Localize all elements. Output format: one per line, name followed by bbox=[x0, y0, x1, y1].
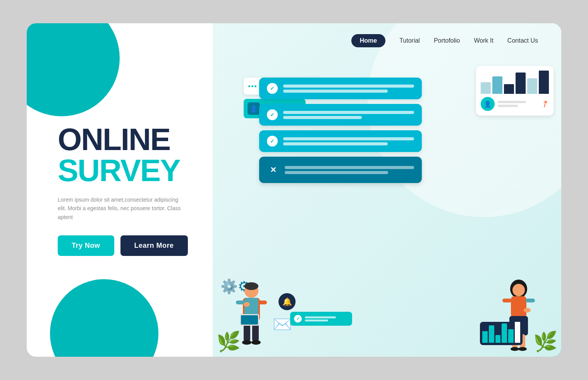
small-check-card: ✓ bbox=[290, 312, 352, 326]
svg-point-20 bbox=[518, 347, 527, 351]
small-check-icon: ✓ bbox=[294, 315, 302, 323]
svg-rect-21 bbox=[502, 299, 512, 302]
bc-bar-4 bbox=[502, 323, 507, 343]
right-panel: Home Tutorial Portofolio Work It Contact… bbox=[213, 23, 561, 357]
small-line-1 bbox=[305, 316, 336, 318]
survey-card-3: ✓ bbox=[259, 130, 422, 152]
bar-3 bbox=[504, 84, 514, 94]
check-icon-3: ✓ bbox=[267, 136, 278, 147]
card-line bbox=[283, 142, 388, 145]
hero-description: Lorem ipsum dolor sit amet,consectetur a… bbox=[58, 195, 182, 221]
page-container: ONLINE SURVEY Lorem ipsum dolor sit amet… bbox=[27, 23, 561, 357]
title-survey: SURVEY bbox=[58, 155, 189, 186]
g-line bbox=[498, 101, 526, 103]
g-line bbox=[498, 105, 518, 107]
nav-item-tutorial[interactable]: Tutorial bbox=[399, 37, 420, 44]
card-line bbox=[285, 171, 388, 174]
nav-item-workit[interactable]: Work It bbox=[474, 37, 493, 44]
card-line bbox=[283, 111, 414, 114]
nav-item-portofolio[interactable]: Portofolio bbox=[434, 37, 460, 44]
nav-item-home[interactable]: Home bbox=[351, 34, 385, 47]
svg-rect-9 bbox=[241, 315, 258, 325]
svg-point-1 bbox=[244, 282, 258, 290]
growth-section: 👤 ↗ bbox=[481, 97, 549, 111]
svg-point-12 bbox=[244, 302, 250, 307]
navbar: Home Tutorial Portofolio Work It Contact… bbox=[213, 23, 561, 58]
bar-1 bbox=[481, 82, 491, 94]
dot-3 bbox=[254, 85, 256, 87]
leaf-right-icon: 🌿 bbox=[533, 330, 557, 353]
chart-panel: 👤 ↗ bbox=[476, 66, 554, 116]
envelope-icon: ✉️ bbox=[273, 315, 292, 333]
svg-point-6 bbox=[242, 340, 251, 345]
bar-2 bbox=[492, 76, 502, 94]
survey-card-2: ✓ bbox=[259, 104, 422, 126]
bar-6 bbox=[539, 71, 549, 94]
try-now-button[interactable]: Try Now bbox=[58, 235, 114, 256]
survey-card-x: ✕ bbox=[259, 157, 422, 183]
card-line bbox=[283, 116, 362, 119]
card-line bbox=[285, 166, 414, 169]
svg-rect-15 bbox=[511, 296, 526, 318]
bar-5 bbox=[527, 78, 537, 94]
x-icon: ✕ bbox=[267, 164, 279, 176]
card-lines-1 bbox=[283, 85, 414, 93]
left-panel: ONLINE SURVEY Lorem ipsum dolor sit amet… bbox=[27, 23, 213, 357]
svg-rect-11 bbox=[258, 301, 267, 304]
check-icon-2: ✓ bbox=[267, 109, 278, 120]
bc-bar-1 bbox=[482, 331, 488, 343]
bc-bar-3 bbox=[495, 335, 501, 343]
button-group: Try Now Learn More bbox=[58, 235, 189, 256]
svg-point-23 bbox=[524, 308, 531, 313]
bottom-chart bbox=[480, 322, 523, 345]
bc-bar-5 bbox=[508, 329, 514, 343]
chart-bars bbox=[481, 71, 549, 94]
illustration-area: 🔍 👤 ✓ bbox=[213, 62, 561, 357]
card-line bbox=[283, 85, 414, 88]
leaf-left-icon: 🌿 bbox=[217, 330, 241, 353]
dot-2 bbox=[251, 85, 253, 87]
person-right bbox=[499, 279, 538, 357]
svg-point-14 bbox=[512, 284, 525, 296]
svg-point-7 bbox=[251, 340, 261, 345]
bc-bar-2 bbox=[489, 325, 494, 343]
check-icon-1: ✓ bbox=[267, 83, 278, 94]
card-lines-3 bbox=[283, 137, 414, 145]
svg-rect-10 bbox=[236, 301, 244, 304]
card-line bbox=[283, 90, 388, 93]
nav-item-contactus[interactable]: Contact Us bbox=[507, 37, 538, 44]
learn-more-button[interactable]: Learn More bbox=[120, 235, 188, 256]
growth-avatar: 👤 bbox=[481, 97, 495, 111]
dot-1 bbox=[248, 85, 250, 87]
title-online: ONLINE bbox=[58, 124, 189, 155]
survey-card-1: ✓ bbox=[259, 78, 422, 99]
small-card-lines bbox=[305, 316, 336, 321]
card-lines-2 bbox=[283, 111, 414, 119]
profile-avatar: 👤 bbox=[248, 102, 260, 115]
small-line-2 bbox=[305, 320, 328, 321]
search-dots bbox=[248, 85, 256, 87]
survey-cards-container: ✓ ✓ ✓ bbox=[259, 78, 422, 188]
bc-bar-6 bbox=[515, 322, 520, 343]
card-line bbox=[283, 137, 414, 140]
growth-text-lines bbox=[498, 101, 538, 107]
card-lines-x bbox=[285, 166, 414, 174]
svg-point-19 bbox=[511, 347, 519, 351]
person-right-svg bbox=[499, 279, 538, 357]
bell-icon: 🔔 bbox=[279, 293, 296, 310]
trend-arrow-icon: ↗ bbox=[539, 97, 551, 111]
bar-4 bbox=[516, 73, 526, 94]
svg-rect-22 bbox=[526, 299, 535, 302]
